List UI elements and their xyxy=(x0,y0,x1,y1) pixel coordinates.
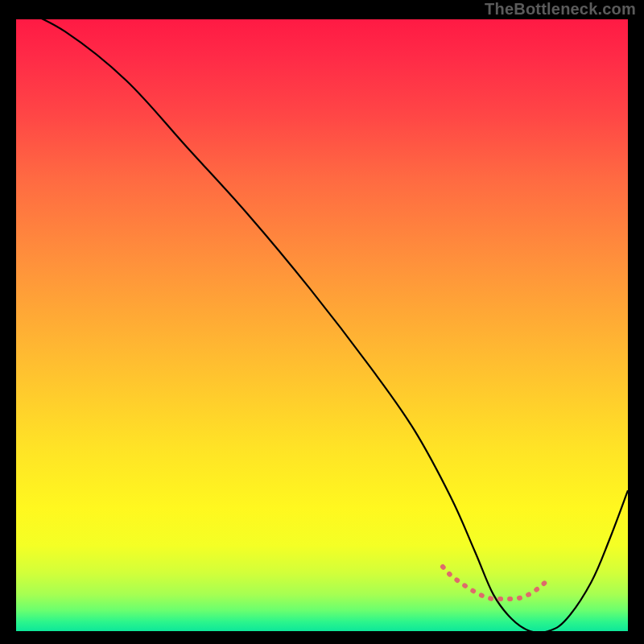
gradient-background xyxy=(16,19,628,631)
bottleneck-plot xyxy=(16,19,628,631)
watermark-text: TheBottleneck.com xyxy=(485,0,636,19)
chart-container: TheBottleneck.com xyxy=(0,0,644,644)
